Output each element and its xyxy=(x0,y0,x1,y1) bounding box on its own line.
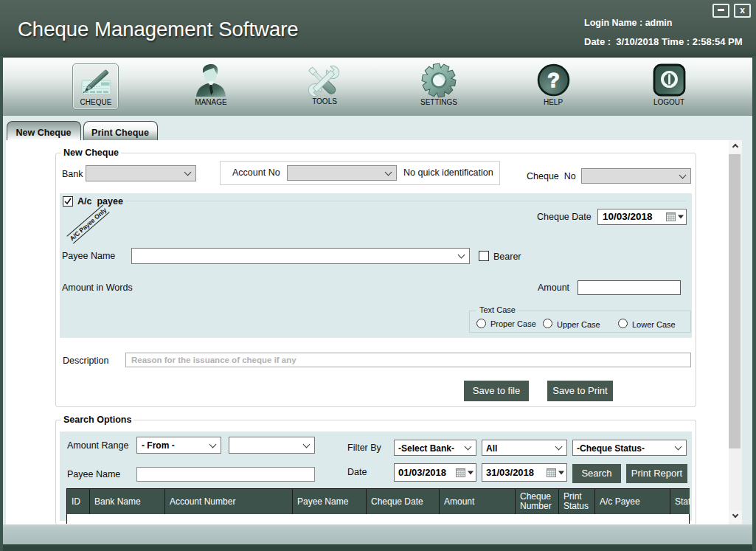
svg-text:?: ? xyxy=(547,69,560,91)
